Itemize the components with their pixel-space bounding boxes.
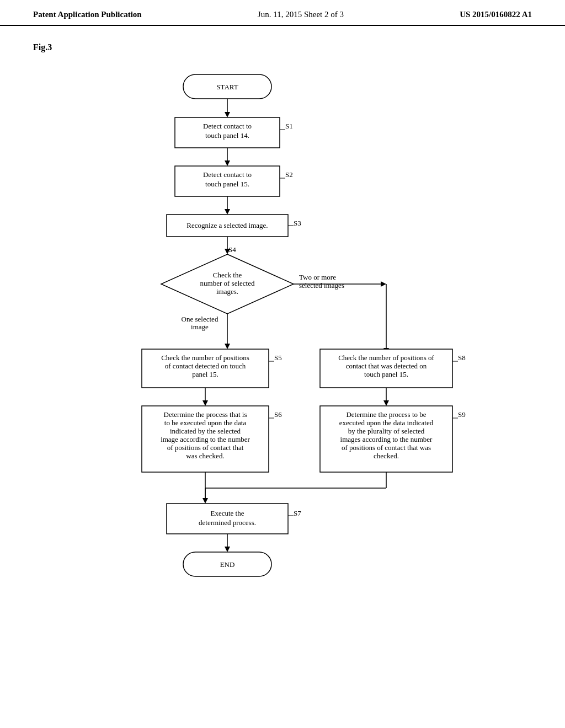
svg-text:to be executed upon the data: to be executed upon the data: [164, 419, 247, 427]
svg-text:S1: S1: [285, 122, 293, 130]
svg-marker-63: [383, 400, 389, 406]
svg-text:S9: S9: [458, 410, 466, 419]
svg-marker-77: [202, 498, 208, 504]
svg-marker-32: [225, 344, 230, 349]
svg-text:Check the number of positions : Check the number of positions of: [338, 354, 434, 362]
svg-text:S7: S7: [294, 509, 301, 517]
svg-text:contact that was detected on: contact that was detected on: [346, 362, 427, 370]
svg-text:number of selected: number of selected: [200, 279, 255, 287]
svg-text:S5: S5: [274, 354, 282, 362]
svg-text:Determine the process to be: Determine the process to be: [346, 410, 426, 419]
svg-marker-40: [202, 400, 208, 406]
svg-text:touch panel 15.: touch panel 15.: [205, 180, 249, 188]
flowchart-svg: START Detect contact to touch panel 14. …: [56, 63, 509, 670]
svg-text:checked.: checked.: [374, 452, 399, 460]
svg-text:selected images: selected images: [299, 281, 344, 290]
svg-marker-17: [225, 209, 230, 215]
svg-marker-10: [225, 160, 230, 166]
flowchart-diagram: START Detect contact to touch panel 14. …: [56, 63, 509, 670]
svg-marker-51: [381, 281, 386, 287]
svg-text:Recognize a selected image.: Recognize a selected image.: [186, 221, 268, 229]
svg-text:Two or more: Two or more: [299, 273, 336, 281]
svg-text:determined process.: determined process.: [199, 518, 256, 527]
svg-marker-3: [225, 112, 230, 117]
svg-text:executed upon the data indicat: executed upon the data indicated: [339, 419, 434, 427]
svg-text:START: START: [216, 83, 238, 91]
svg-text:S4: S4: [228, 245, 236, 254]
svg-marker-84: [225, 547, 230, 552]
svg-text:images according to the number: images according to the number: [340, 435, 433, 443]
svg-text:Execute the: Execute the: [211, 509, 244, 517]
svg-text:by the plurality of selected: by the plurality of selected: [348, 427, 425, 435]
svg-text:Check the: Check the: [213, 271, 242, 279]
svg-text:images.: images.: [216, 287, 238, 296]
svg-text:was checked.: was checked.: [186, 452, 224, 460]
svg-text:touch panel 14.: touch panel 14.: [205, 131, 249, 140]
svg-text:S3: S3: [294, 219, 301, 227]
date-sheet-label: Jun. 11, 2015 Sheet 2 of 3: [258, 10, 344, 19]
svg-text:image: image: [191, 323, 209, 331]
svg-text:touch panel 15.: touch panel 15.: [364, 370, 408, 378]
page-header: Patent Application Publication Jun. 11, …: [0, 0, 565, 26]
svg-text:Determine the process that is: Determine the process that is: [164, 410, 247, 419]
patent-number-label: US 2015/0160822 A1: [460, 10, 532, 19]
svg-text:END: END: [220, 560, 235, 569]
svg-text:of positions of contact that w: of positions of contact that was: [342, 443, 431, 452]
svg-text:of contact detected on touch: of contact detected on touch: [165, 362, 246, 370]
svg-text:Detect contact to: Detect contact to: [203, 170, 252, 179]
svg-text:indicated by the selected: indicated by the selected: [170, 427, 241, 435]
figure-label: Fig.3: [33, 42, 532, 52]
svg-text:image according to the number: image according to the number: [161, 435, 250, 443]
svg-text:Detect contact to: Detect contact to: [203, 122, 252, 130]
svg-text:of positions of contact that: of positions of contact that: [167, 443, 244, 452]
publication-label: Patent Application Publication: [33, 10, 142, 19]
svg-text:One selected: One selected: [182, 315, 218, 323]
svg-text:S2: S2: [285, 170, 293, 179]
svg-text:S6: S6: [274, 410, 282, 419]
svg-text:panel 15.: panel 15.: [192, 370, 218, 378]
main-content: Fig.3 START Detect contact to touch pane…: [0, 26, 565, 687]
svg-text:S8: S8: [458, 354, 466, 362]
svg-text:Check the number of positions: Check the number of positions: [161, 354, 249, 362]
